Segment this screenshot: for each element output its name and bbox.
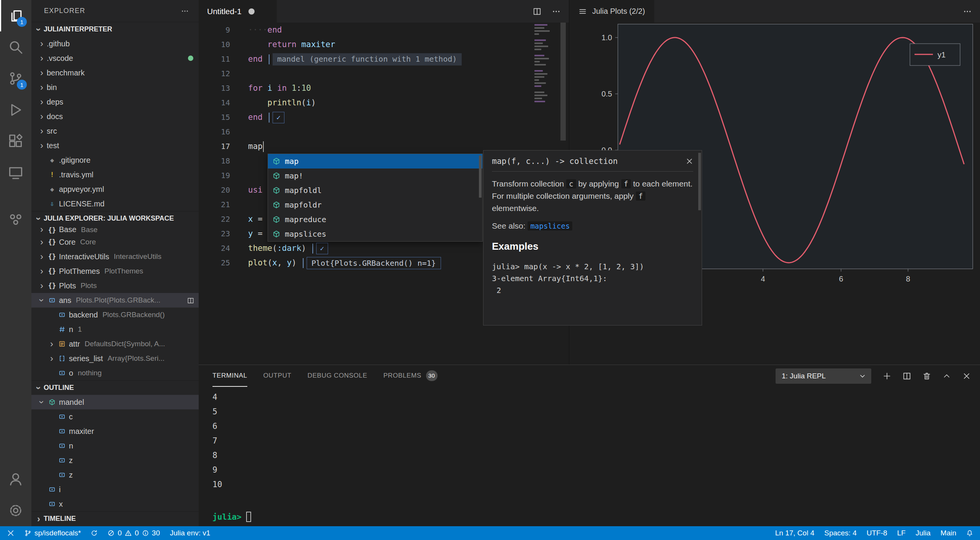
tree-item[interactable]: ›benchmark [31, 65, 199, 80]
tree-item[interactable]: ›{}PlotThemesPlotThemes [31, 264, 199, 278]
chevron-right-icon[interactable]: › [37, 83, 47, 92]
terminal-output[interactable]: 45678910 [199, 387, 980, 506]
notifications-bell[interactable] [966, 530, 973, 537]
tree-item[interactable]: ›◆.gitignore [31, 153, 199, 167]
code-line[interactable]: endmandel (generic function with 1 metho… [248, 52, 569, 66]
suggestion-item[interactable]: mapslices [268, 227, 482, 241]
chevron-right-icon[interactable]: › [37, 97, 47, 106]
chevron-right-icon[interactable]: › [37, 252, 47, 261]
chevron-right-icon[interactable]: › [37, 68, 47, 77]
suggestion-item[interactable]: mapreduce [268, 212, 482, 227]
tree-item[interactable]: ›ansPlots.Plot{Plots.GRBack... [31, 293, 199, 308]
tree-item[interactable]: ›c [31, 409, 199, 424]
chevron-down-icon[interactable]: › [37, 397, 46, 407]
tree-item[interactable]: ›n [31, 439, 199, 453]
activity-explorer[interactable]: 1 [0, 0, 31, 31]
tree-item[interactable]: ›!.travis.yml [31, 167, 199, 182]
code-line[interactable]: return maxiter [248, 37, 569, 52]
tree-item[interactable]: ›test [31, 138, 199, 153]
section-julia-workspace[interactable]: › JULIA EXPLORER: JULIA WORKSPACE [31, 211, 199, 226]
chevron-right-icon[interactable]: › [37, 141, 47, 150]
split-terminal-icon[interactable] [903, 372, 911, 380]
tab-terminal[interactable]: TERMINAL [212, 365, 247, 387]
terminal-prompt-line[interactable]: julia> [199, 512, 980, 522]
remote-indicator[interactable] [7, 529, 15, 537]
close-icon[interactable] [686, 157, 693, 165]
tree-item[interactable]: ›.github [31, 36, 199, 51]
activity-run-debug[interactable] [0, 94, 31, 126]
tree-item[interactable]: ›.vscode [31, 51, 199, 65]
tree-item[interactable]: ›docs [31, 109, 199, 124]
section-timeline[interactable]: › TIMELINE [31, 511, 199, 526]
tree-item[interactable]: ›maxiter [31, 424, 199, 439]
code-line[interactable] [248, 66, 569, 81]
chevron-right-icon[interactable]: › [37, 39, 47, 48]
activity-source-control[interactable]: 1 [0, 63, 31, 94]
open-to-side-icon[interactable] [187, 296, 194, 305]
tree-item[interactable]: ›backendPlots.GRBackend() [31, 308, 199, 322]
activity-search[interactable] [0, 31, 31, 63]
problems-status[interactable]: 0 0 30 [108, 529, 160, 537]
tab-output[interactable]: OUTPUT [263, 365, 291, 387]
tree-item[interactable]: ›src [31, 124, 199, 138]
activity-account[interactable] [0, 463, 31, 495]
tree-item[interactable]: ›attrDefaultsDict{Symbol, A... [31, 337, 199, 351]
tab-debug-console[interactable]: DEBUG CONSOLE [307, 365, 367, 387]
tree-item[interactable]: ›onothing [31, 366, 199, 380]
activity-settings[interactable] [0, 495, 31, 526]
kill-terminal-icon[interactable] [923, 372, 931, 380]
split-editor-icon[interactable] [533, 7, 541, 16]
tab-problems[interactable]: PROBLEMS 30 [383, 365, 437, 387]
editor-scrollbar[interactable] [560, 23, 566, 141]
tree-item[interactable]: ›deps [31, 95, 199, 109]
code-line[interactable]: for i in 1:10 [248, 81, 569, 95]
tree-item[interactable]: ›i [31, 482, 199, 497]
chevron-right-icon[interactable]: › [47, 354, 57, 363]
code-line[interactable]: ····end [248, 23, 569, 37]
tree-item[interactable]: ›x [31, 497, 199, 511]
activity-julia[interactable] [0, 204, 31, 235]
chevron-right-icon[interactable]: › [37, 112, 47, 121]
more-actions-icon[interactable] [963, 7, 972, 16]
chevron-right-icon[interactable]: › [37, 267, 47, 276]
julia-env-status[interactable]: Julia env: v1 [170, 529, 211, 537]
tab-untitled-1[interactable]: Untitled-1 [199, 0, 277, 23]
tree-item[interactable]: ›z [31, 468, 199, 482]
eol-status[interactable]: LF [897, 529, 906, 537]
chevron-right-icon[interactable]: › [37, 226, 47, 234]
tree-item[interactable]: ›mandel [31, 395, 199, 409]
suggestion-item[interactable]: map! [268, 169, 482, 183]
chevron-right-icon[interactable]: › [37, 281, 47, 290]
tree-item[interactable]: ›{}BaseBase [31, 226, 199, 235]
code-line[interactable]: end✓ [248, 110, 569, 124]
more-actions-icon[interactable] [181, 7, 189, 15]
dirty-dot[interactable] [248, 8, 255, 15]
code-line[interactable]: println(i) [248, 95, 569, 110]
terminal-selector[interactable]: 1: Julia REPL [776, 368, 871, 384]
chevron-right-icon[interactable]: › [37, 126, 47, 136]
mapslices-link[interactable]: mapslices [528, 221, 572, 231]
tab-julia-plots[interactable]: Julia Plots (2/2) [569, 0, 654, 23]
doc-scrollbar[interactable] [698, 153, 701, 210]
minimap[interactable] [534, 23, 554, 168]
tree-item[interactable]: ›z [31, 453, 199, 468]
suggestion-item[interactable]: mapfoldl [268, 183, 482, 198]
tree-item[interactable]: ›n1 [31, 322, 199, 337]
section-juliainterpreter[interactable]: › JULIAINTERPRETER [31, 22, 199, 36]
tree-item[interactable]: ›{}PlotsPlots [31, 278, 199, 293]
activity-remote-explorer[interactable] [0, 157, 31, 188]
suggestion-item[interactable]: mapfoldr [268, 198, 482, 212]
git-branch-status[interactable]: sp/isdeflocals* [24, 529, 81, 537]
code-line[interactable] [248, 124, 569, 139]
chevron-right-icon[interactable]: › [37, 54, 47, 63]
suggestion-item[interactable]: map [268, 154, 482, 169]
tree-item[interactable]: ›{}InteractiveUtilsInteractiveUtils [31, 249, 199, 264]
chevron-right-icon[interactable]: › [37, 237, 47, 247]
indentation-status[interactable]: Spaces: 4 [824, 529, 857, 537]
tree-item[interactable]: ›◆appveyor.yml [31, 182, 199, 196]
encoding-status[interactable]: UTF-8 [867, 529, 887, 537]
cursor-position-status[interactable]: Ln 17, Col 4 [775, 529, 814, 537]
tree-item[interactable]: ›bin [31, 80, 199, 95]
language-mode-status[interactable]: Julia [916, 529, 931, 537]
chevron-down-icon[interactable]: › [37, 295, 46, 305]
